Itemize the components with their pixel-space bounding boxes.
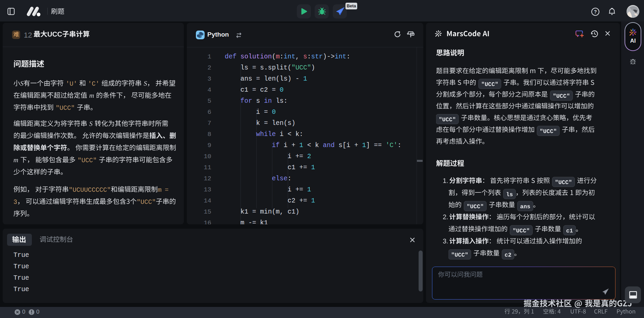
svg-text:?: ? bbox=[594, 9, 597, 14]
